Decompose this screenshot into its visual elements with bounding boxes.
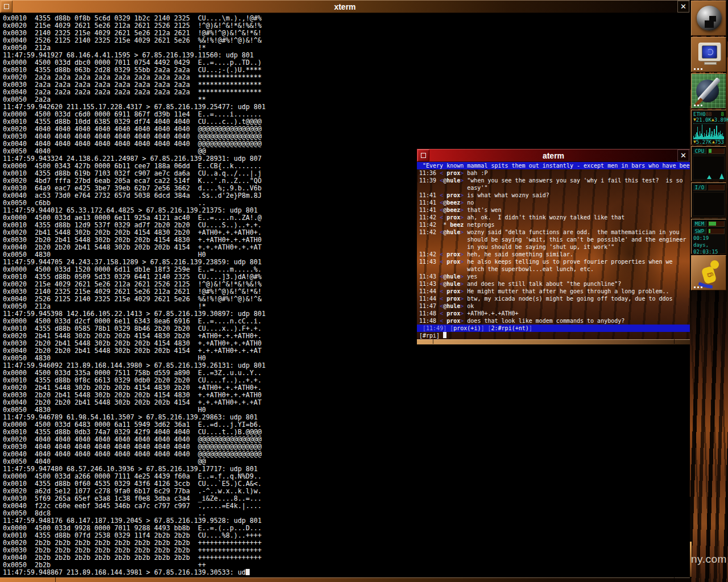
irc-topic-line: "Every known mammal spits them out insta… <box>417 162 690 169</box>
netmon-rates: ▼ 21.0K ▲ 3.89K <box>693 117 724 123</box>
irc-message: 11:41 <@beez> that's wen <box>419 206 690 214</box>
irc-message: 11:39 <@hule> "when you see the answers … <box>419 177 690 184</box>
irc-message: 11:44 < prox> btw, my xicada node(s) mig… <box>419 295 690 302</box>
netmon-header: ETH0 88 8 <box>693 111 724 117</box>
dock-cpu-monitor[interactable]: CPU <box>691 146 726 181</box>
io-label: I/O <box>693 184 706 190</box>
aterm-titlebar[interactable]: aterm ✕ <box>417 149 690 162</box>
xterm-close-button[interactable]: ✕ <box>677 1 689 13</box>
close-icon: ✕ <box>680 2 686 11</box>
netmon-interface-label: ETH0 <box>693 111 706 117</box>
aterm-window: aterm ✕ "Every known mammal spits them o… <box>417 149 690 344</box>
irc-message-continuation: watch the superbowl...eat lunch, etc. <box>419 265 690 273</box>
io-usage-bar <box>708 184 725 190</box>
terminal-line: 11:47:59.948867 213.89.168.144.3981 > 67… <box>3 569 690 576</box>
swap-label: SWP <box>693 228 706 234</box>
irc-message: 11:48 < prox> +ATH0+.+.+ATH0+ <box>419 310 690 317</box>
mem-usage-bar <box>708 221 725 227</box>
xterm-titlebar[interactable]: xterm ✕ <box>0 0 690 13</box>
irc-message: 11:42 < prox> heh, he said something sim… <box>419 251 690 258</box>
irc-message: 11:43 < prox> he also keeps telling us t… <box>419 258 690 265</box>
running-indicator-dots <box>694 68 696 70</box>
io-history-graph <box>693 192 725 216</box>
cpu-history-graph <box>693 156 725 180</box>
uptime-days: 00:19 days, <box>692 235 726 248</box>
wallpaper-watermark: ny.com <box>691 553 727 566</box>
irc-input-line[interactable]: [#rpi] <box>419 332 690 339</box>
netmon-rx-rate: 21.0K <box>696 117 712 123</box>
dock-tile-sphere-blade[interactable] <box>691 73 726 109</box>
irc-message: 11:42 <@hule> wozny said "delta function… <box>419 228 690 236</box>
aterm-resizebar[interactable] <box>417 339 690 344</box>
irc-message: 11:44 < prox> He might mutter that after… <box>419 288 690 295</box>
netmon-tx-rate: 3.89K <box>714 117 728 123</box>
close-icon: ✕ <box>680 151 686 160</box>
irc-message: 11:48 < prox> does that look like modem … <box>419 317 690 325</box>
xterm-resizebar[interactable] <box>0 577 690 582</box>
irc-message-continuation: in you should be saying 'shut up, it wor… <box>419 243 690 251</box>
dock-io-monitor[interactable]: I/O <box>691 182 726 218</box>
irc-message: 11:43 <@hule> and does he still talk abo… <box>419 280 690 288</box>
irc-message: 11:36 < prox> bah :P <box>419 169 690 177</box>
netmon-counter: 88 <box>706 111 712 117</box>
terminal-cursor <box>246 569 250 575</box>
irc-status-bar: [11:49] [prox(+i)] [2:#rpi(+nt)] <box>417 325 690 332</box>
irc-action-message: 11:42 * beez netprogs <box>419 221 690 228</box>
netmon-traffic-graph <box>693 123 724 139</box>
mem-label: MEM <box>693 221 706 227</box>
dock-tile-monitor[interactable] <box>691 37 726 72</box>
irc-message: 11:47 <@hule> ok <box>419 302 690 310</box>
netmon-flag: 8 <box>721 111 724 117</box>
swap-usage-bar <box>708 228 725 234</box>
irc-message-continuation: should be saying 'wait, this can't be po… <box>419 236 690 243</box>
irc-chat-area[interactable]: "Every known mammal spits them out insta… <box>417 162 690 339</box>
aterm-close-button[interactable]: ✕ <box>677 149 689 161</box>
dock-memory-monitor[interactable]: MEM SWP 00:19 days, 02:03:15 <box>691 219 726 254</box>
irc-message: 11:42 < prox> ah, ok. I didn't think woz… <box>419 214 690 221</box>
irc-message-continuation: easy'" <box>419 184 690 192</box>
irc-message: 11:43 <@hule> yes <box>419 273 690 280</box>
computer-monitor-icon <box>698 43 721 61</box>
dock-tile-gnustep[interactable] <box>691 1 726 36</box>
irc-message: 11:41 <@beez> no <box>419 199 690 206</box>
xterm-window-title: xterm <box>0 2 690 11</box>
uptime-clock: 02:03:15 <box>692 248 726 255</box>
desktop: ny.com xterm ✕ 0x0010 4355 d88b 0f8b 5c6… <box>0 0 728 582</box>
netmon-totals: ▼ 5.27K ▲ 753 <box>693 139 724 145</box>
running-indicator-dots <box>694 286 696 288</box>
running-indicator-dots <box>694 105 696 106</box>
netmon-rx-total: 5.27K <box>696 139 712 145</box>
gnustep-icon <box>697 6 722 31</box>
aterm-window-title: aterm <box>417 151 690 160</box>
dock-tile-buddy[interactable]: g <box>691 255 726 290</box>
netmon-tx-total: 753 <box>715 139 724 145</box>
cpu-usage-bar <box>708 148 725 154</box>
dock-network-monitor[interactable]: ETH0 88 8 ▼ 21.0K ▲ 3.89K ▼ 5.27K ▲ 753 <box>691 110 726 145</box>
irc-cursor <box>443 332 446 338</box>
cpu-label: CPU <box>693 148 706 154</box>
irc-message: 11:41 < prox> is what what wozny said? <box>419 192 690 199</box>
